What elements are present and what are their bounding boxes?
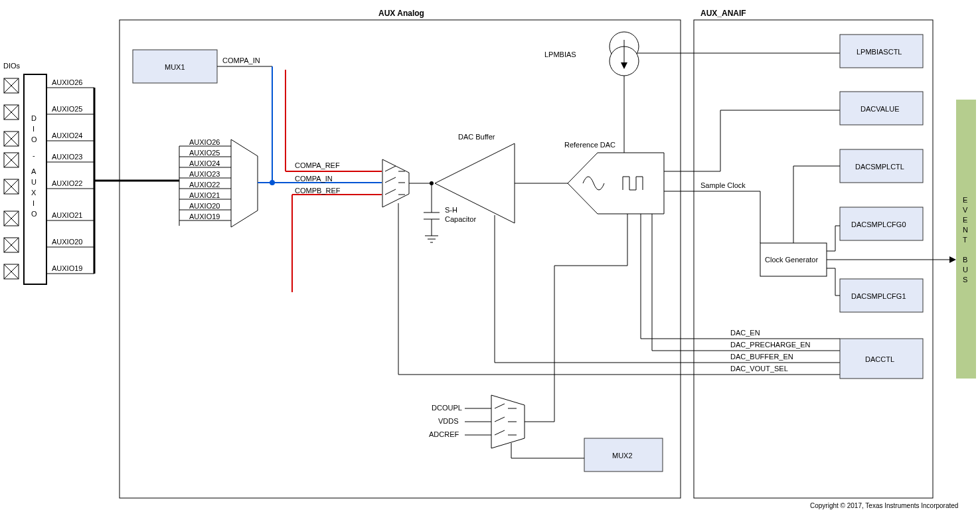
- dio-letter-dash: -: [33, 151, 35, 159]
- svg-text:E: E: [963, 216, 967, 224]
- svg-text:S: S: [963, 276, 967, 284]
- svg-text:AUXIO25: AUXIO25: [189, 149, 220, 157]
- block-diagram: AUX Analog AUX_ANAIF DIOs D I O - A U X …: [0, 0, 980, 512]
- svg-text:Sample Clock: Sample Clock: [700, 181, 746, 189]
- aux-analog-title: AUX Analog: [378, 9, 424, 18]
- dios-label: DIOs: [3, 62, 21, 70]
- svg-text:AUXIO25: AUXIO25: [52, 105, 82, 113]
- svg-text:AUXIO26: AUXIO26: [52, 78, 82, 86]
- svg-text:COMPA_IN: COMPA_IN: [295, 175, 333, 183]
- dio-letter-U: U: [31, 178, 37, 186]
- svg-text:AUXIO19: AUXIO19: [52, 264, 82, 272]
- svg-text:MUX1: MUX1: [165, 63, 185, 71]
- auxio-labels: AUXIO26 AUXIO25 AUXIO24 AUXIO23 AUXIO22 …: [46, 78, 94, 274]
- svg-text:DCOUPL: DCOUPL: [432, 404, 462, 412]
- auxio-mux: [231, 139, 258, 227]
- dio-letter-O2: O: [31, 210, 37, 218]
- svg-text:COMPB_REF: COMPB_REF: [295, 187, 341, 195]
- dio-pads: [4, 78, 19, 279]
- dio-letter-X: X: [31, 189, 37, 197]
- dio-letter-A: A: [31, 167, 37, 175]
- svg-text:MUX2: MUX2: [612, 452, 633, 460]
- svg-text:LPMBIASCTL: LPMBIASCTL: [857, 48, 902, 56]
- svg-text:AUXIO22: AUXIO22: [189, 181, 220, 189]
- svg-text:DAC_BUFFER_EN: DAC_BUFFER_EN: [730, 353, 793, 361]
- svg-text:DACCTL: DACCTL: [865, 355, 894, 363]
- dio-letter-O: O: [31, 135, 37, 143]
- svg-text:DAC Buffer: DAC Buffer: [458, 133, 495, 141]
- svg-text:AUXIO22: AUXIO22: [52, 179, 82, 187]
- svg-text:DAC_EN: DAC_EN: [730, 329, 760, 337]
- aux-anaif-title: AUX_ANAIF: [700, 9, 746, 18]
- svg-text:DAC_PRECHARGE_EN: DAC_PRECHARGE_EN: [730, 341, 810, 349]
- dio-letter-I: I: [33, 125, 35, 133]
- svg-text:U: U: [963, 266, 968, 274]
- svg-text:AUXIO21: AUXIO21: [52, 211, 82, 219]
- copyright-text: Copyright © 2017, Texas Instruments Inco…: [810, 502, 958, 509]
- svg-text:LPMBIAS: LPMBIAS: [544, 50, 576, 58]
- sh-cap-label1: S-H: [445, 206, 457, 214]
- svg-text:AUXIO23: AUXIO23: [189, 170, 220, 178]
- svg-text:DACSMPLCFG1: DACSMPLCFG1: [851, 292, 906, 300]
- svg-text:AUXIO23: AUXIO23: [52, 153, 82, 161]
- svg-text:E: E: [963, 196, 967, 204]
- svg-text:Reference DAC: Reference DAC: [564, 141, 615, 149]
- svg-text:AUXIO19: AUXIO19: [189, 213, 220, 220]
- svg-text:AUXIO24: AUXIO24: [52, 131, 82, 139]
- sh-cap-label2: Capacitor: [445, 215, 476, 223]
- svg-text:AUXIO20: AUXIO20: [189, 202, 220, 210]
- mux-input-list: AUXIO26 AUXIO25 AUXIO24 AUXIO23 AUXIO22 …: [179, 138, 231, 220]
- svg-text:B: B: [963, 256, 967, 264]
- svg-text:VDDS: VDDS: [438, 417, 459, 425]
- svg-text:DACVALUE: DACVALUE: [860, 105, 899, 113]
- dio-letter-I2: I: [33, 199, 35, 207]
- dio-letter-D: D: [31, 114, 37, 122]
- svg-text:AUXIO24: AUXIO24: [189, 159, 220, 167]
- svg-text:DACSMPLCTL: DACSMPLCTL: [855, 163, 904, 171]
- svg-text:COMPA_IN: COMPA_IN: [222, 56, 260, 64]
- aux-analog-box: [120, 20, 681, 498]
- svg-marker-149: [949, 256, 956, 263]
- svg-text:N: N: [963, 226, 968, 234]
- svg-text:T: T: [963, 236, 967, 244]
- svg-text:COMPA_REF: COMPA_REF: [295, 161, 340, 169]
- reference-dac: [568, 153, 664, 214]
- svg-text:Clock Generator: Clock Generator: [765, 256, 818, 264]
- svg-text:AUXIO26: AUXIO26: [189, 138, 220, 146]
- svg-text:AUXIO20: AUXIO20: [52, 238, 82, 246]
- svg-text:DAC_VOUT_SEL: DAC_VOUT_SEL: [730, 365, 788, 373]
- svg-text:AUXIO21: AUXIO21: [189, 191, 220, 199]
- svg-text:V: V: [963, 206, 968, 214]
- svg-text:DACSMPLCFG0: DACSMPLCFG0: [851, 220, 906, 228]
- svg-text:ADCREF: ADCREF: [429, 430, 459, 438]
- ref-select-mux: [382, 159, 409, 207]
